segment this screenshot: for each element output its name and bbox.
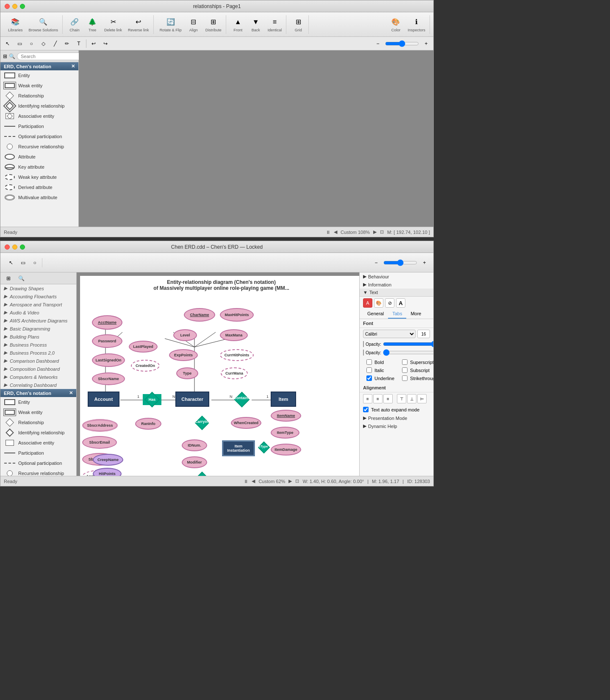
sbscraddress-attr[interactable]: SbscrAddress <box>82 419 118 432</box>
general-tab[interactable]: General <box>363 309 388 319</box>
maximize-button2[interactable] <box>20 244 25 250</box>
hitpoints-attr[interactable]: HitPoints <box>93 468 122 476</box>
lastsignedon-attr[interactable]: LastSignedOn <box>92 353 125 367</box>
opacity-stroke-slider[interactable] <box>383 350 433 355</box>
maximize-button[interactable] <box>20 4 25 9</box>
align-middle-btn[interactable]: ⊥ <box>407 394 416 403</box>
cat-computers[interactable]: ▶Computers & Networks <box>0 373 76 381</box>
carrying-relationship[interactable]: Carrying <box>191 417 213 429</box>
minimize-button2[interactable] <box>12 244 17 250</box>
identical-button[interactable]: ≡ Identical <box>265 15 285 34</box>
sidebar-item-key-attribute[interactable]: Key attribute <box>0 162 78 172</box>
stroke-color-swatch[interactable] <box>363 350 364 356</box>
color-button[interactable]: 🎨 Color <box>387 15 404 34</box>
zoom-out2[interactable]: − <box>371 258 382 267</box>
type-attr[interactable]: Type <box>176 367 198 379</box>
zoom-in[interactable]: + <box>421 39 432 48</box>
color-format-btn[interactable]: A <box>363 298 372 308</box>
diagram-canvas2[interactable]: Entity-relationship diagram (Chen's nota… <box>80 276 359 476</box>
pause-icon[interactable]: ⏸ <box>326 230 330 235</box>
tabs-tab[interactable]: Tabs <box>388 309 406 319</box>
canvas-area1[interactable]: Trailer Boat{Abstract} wash ( ) load (Tr… <box>79 50 433 227</box>
text-tool[interactable]: T <box>73 39 84 48</box>
sidebar2-grid-view[interactable]: ⊞ <box>3 274 14 283</box>
account-entity[interactable]: Account <box>88 392 119 407</box>
itemdamage-attr[interactable]: ItemDamage <box>271 444 301 456</box>
idnum-attr[interactable]: IDNum. <box>182 439 207 451</box>
align-right-btn[interactable]: ≡ <box>383 394 393 403</box>
itemtype-attr[interactable]: ItemType <box>271 427 299 439</box>
subscript-checkbox[interactable] <box>402 367 408 373</box>
minimize-button[interactable] <box>12 4 17 9</box>
highlight-btn[interactable]: 🎨 <box>374 298 383 308</box>
rotate-flip-button[interactable]: 🔄 Rotate & Flip <box>157 15 184 34</box>
zoom-slider2[interactable] <box>383 259 417 266</box>
raninfo-attr[interactable]: RanInfo <box>135 418 161 430</box>
maxmana-attr[interactable]: MaxMana <box>220 329 248 341</box>
underline-checkbox[interactable] <box>366 375 372 381</box>
text-row[interactable]: ▼ Text <box>360 289 433 296</box>
cat-accounting[interactable]: ▶Accounting Flowcharts <box>0 292 76 300</box>
grid-button[interactable]: ⊞ Grid <box>290 15 307 34</box>
cat-business-process2[interactable]: ▶Business Process 2,0 <box>0 349 76 357</box>
cat-building[interactable]: ▶Building Plans <box>0 333 76 341</box>
undo-tool[interactable]: ↩ <box>88 39 99 48</box>
dynamic-help-row[interactable]: ▶ Dynamic Help <box>360 422 433 430</box>
sidebar2-item-assoc-entity[interactable]: Associative entity <box>0 438 76 448</box>
sidebar2-item-optional-participation[interactable]: Optional participation <box>0 458 76 468</box>
font-size-input[interactable] <box>417 330 430 338</box>
carrying2-relationship[interactable]: Carrying <box>191 473 213 476</box>
clear-format-btn[interactable]: ⊘ <box>385 298 394 308</box>
libraries-button[interactable]: 📚 Libraries <box>6 15 25 34</box>
cat-aws[interactable]: ▶AWS Architecture Diagrams <box>0 317 76 325</box>
information-row[interactable]: ▶ Information <box>360 281 433 289</box>
cat-composition[interactable]: ▶Composition Dashboard <box>0 365 76 373</box>
itemname-attr[interactable]: ItemName <box>271 410 301 422</box>
select-tool2[interactable]: ↖ <box>6 258 17 267</box>
exppoints-attr[interactable]: ExpPoints <box>169 349 198 361</box>
pen-tool[interactable]: ✏ <box>61 39 72 48</box>
cat-basic[interactable]: ▶Basic Diagramming <box>0 325 76 333</box>
strikethrough-checkbox[interactable] <box>402 375 408 381</box>
sidebar-grid-view[interactable]: ⊞ <box>3 52 7 61</box>
sidebar-close-icon[interactable]: ✕ <box>71 64 75 69</box>
select-tool[interactable]: ↖ <box>2 39 13 48</box>
italic-checkbox[interactable] <box>366 367 372 373</box>
sidebar-item-entity[interactable]: Entity <box>0 70 78 81</box>
sidebar-item-optional-participation[interactable]: Optional participation <box>0 131 78 142</box>
sidebar2-close-icon[interactable]: ✕ <box>69 390 73 396</box>
presentation-mode-row[interactable]: ▶ Presentation Mode <box>360 414 433 422</box>
align-bottom-btn[interactable]: ⊢ <box>417 394 427 403</box>
bold-checkbox[interactable] <box>366 359 372 365</box>
sidebar-item-identifying-rel[interactable]: Identifying relationship <box>0 101 78 111</box>
close-button2[interactable] <box>5 244 10 250</box>
align-center-btn[interactable]: ≡ <box>373 394 383 403</box>
zoom-slider[interactable] <box>385 40 419 47</box>
inspectors-button[interactable]: ℹ Inspectors <box>405 15 428 34</box>
opacity-fill-slider[interactable] <box>383 342 433 347</box>
sidebar2-item-identifying-rel[interactable]: Identifying relationship <box>0 428 76 438</box>
chain-button[interactable]: 🔗 Chain <box>66 15 83 34</box>
superscript-checkbox[interactable] <box>402 359 408 365</box>
level-attr[interactable]: Level <box>173 329 197 341</box>
sidebar2-item-relationship[interactable]: Relationship <box>0 417 76 428</box>
cat-correlating[interactable]: ▶Correlating Dashboard <box>0 381 76 389</box>
cat-audio[interactable]: ▶Audio & Video <box>0 308 76 317</box>
sidebar-search-input[interactable] <box>17 53 83 60</box>
sidebar-item-attribute[interactable]: Attribute <box>0 152 78 162</box>
sidebar-item-weak-key-attribute[interactable]: Weak key attribute <box>0 172 78 182</box>
circle-tool2[interactable]: ○ <box>29 258 40 267</box>
item-entity[interactable]: Item <box>271 392 296 407</box>
sidebar2-item-recursive-rel[interactable]: Recursive relationship <box>0 468 76 476</box>
circle-tool[interactable]: ○ <box>26 39 37 48</box>
istype-relationship[interactable]: IsType <box>256 442 272 453</box>
cat-drawing-shapes[interactable]: ▶Drawing Shapes <box>0 284 76 292</box>
align-button[interactable]: ⊟ Align <box>185 15 202 34</box>
zoom-in2[interactable]: + <box>419 258 430 267</box>
sidebar-item-participation[interactable]: Participation <box>0 121 78 131</box>
line-tool[interactable]: ╱ <box>50 39 61 48</box>
creepname-attr[interactable]: CreepName <box>93 454 123 466</box>
sidebar-item-associative-entity[interactable]: Associative entity <box>0 111 78 121</box>
sbscrname-attr[interactable]: SbscrName <box>92 372 125 385</box>
character-entity[interactable]: Character <box>175 392 209 407</box>
